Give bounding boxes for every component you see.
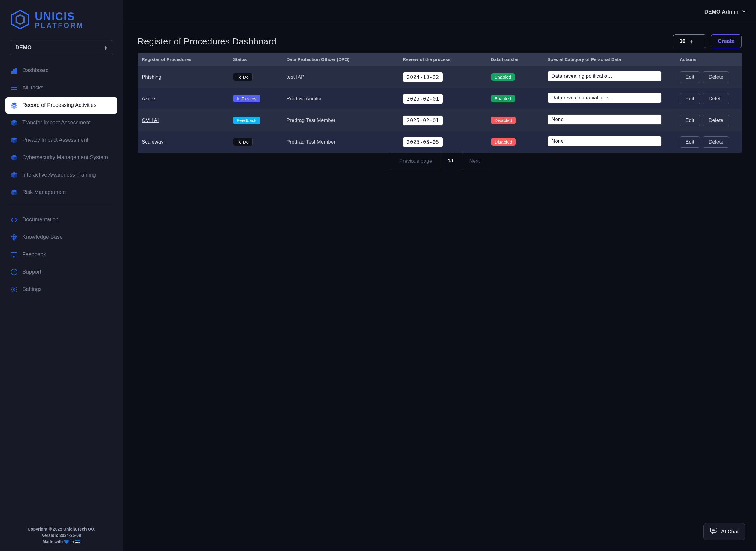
pager-next[interactable]: Next (462, 153, 488, 170)
list-icon (10, 84, 18, 92)
dpo-cell: Predrag Test Member (282, 131, 399, 153)
table-header-row: Register of Procedures Status Data Prote… (137, 53, 742, 66)
procedure-link[interactable]: Scaleway (142, 139, 164, 145)
special-category: None (547, 136, 662, 146)
status-badge: Feedback (233, 116, 260, 124)
svg-point-35 (714, 530, 715, 530)
table-row: OVH AI Feedback Predrag Test Member 2025… (137, 110, 742, 131)
chat-icon (10, 251, 18, 258)
transfer-badge: Enabled (491, 73, 515, 81)
stack-icon (10, 101, 18, 109)
nav-support[interactable]: ? Support (5, 264, 117, 280)
nav-transfer-impact[interactable]: Transfer Impact Assessment (5, 115, 117, 131)
svg-marker-0 (12, 10, 29, 29)
dpo-cell: test IAP (282, 66, 399, 88)
chat-bubble-icon (710, 527, 718, 536)
th-special: Special Category of Personal Data (543, 53, 676, 66)
nav-risk-management[interactable]: Risk Management (5, 184, 117, 200)
topbar: DEMO Admin (123, 0, 756, 24)
procedures-table: Register of Procedures Status Data Prote… (137, 53, 742, 152)
nav-label: Support (22, 268, 113, 276)
app-root: UNICIS PLATFORM DEMO ▲▼ Dashboard All Ta… (0, 0, 756, 551)
brand-text: UNICIS PLATFORM (35, 11, 84, 29)
svg-text:?: ? (13, 269, 15, 274)
nav-settings[interactable]: Settings (5, 282, 117, 298)
nav-label: Dashboard (22, 67, 113, 74)
gear-icon (10, 286, 18, 294)
chevron-updown-icon: ▲▼ (690, 40, 693, 43)
cube-icon (10, 188, 18, 196)
delete-button[interactable]: Delete (703, 71, 729, 83)
nav-cybersecurity[interactable]: Cybersecurity Management System (5, 149, 117, 166)
dpo-cell: Predrag Auditor (282, 88, 399, 110)
special-category: Data revealing political o… (547, 71, 662, 81)
review-date: 2025-03-05 (403, 137, 443, 147)
nav-all-tasks[interactable]: All Tasks (5, 80, 117, 96)
pager-prev[interactable]: Previous page (391, 153, 440, 170)
barchart-icon (10, 67, 18, 74)
transfer-badge: Disabled (491, 116, 516, 124)
code-icon (10, 216, 18, 224)
brand-line1: UNICIS (35, 11, 84, 22)
content: Register of Procedures Dashboard 10 ▲▼ C… (123, 24, 756, 551)
footer-copyright: Copyright © 2025 Unicis.Tech OÜ. (5, 526, 117, 532)
procedure-link[interactable]: Azure (142, 96, 155, 101)
user-menu[interactable]: DEMO Admin (704, 9, 746, 15)
nav-primary: Dashboard All Tasks Record of Processing… (5, 62, 117, 298)
status-badge: In Review (233, 95, 260, 102)
nav-record-processing[interactable]: Record of Processing Activities (5, 97, 117, 113)
nav-documentation[interactable]: Documentation (5, 212, 117, 228)
sidebar: UNICIS PLATFORM DEMO ▲▼ Dashboard All Ta… (0, 0, 123, 551)
nav-label: Knowledge Base (22, 233, 113, 240)
edit-button[interactable]: Edit (680, 93, 700, 104)
pager-current: 1/1 (440, 152, 462, 170)
chevron-down-icon (742, 9, 746, 15)
dpo-cell: Predrag Test Member (282, 110, 399, 131)
pager-inner: Previous page 1/1 Next (391, 152, 488, 170)
edit-button[interactable]: Edit (680, 71, 700, 83)
status-badge: To Do (233, 73, 253, 81)
create-button[interactable]: Create (711, 34, 742, 48)
nav-privacy-impact[interactable]: Privacy Impact Assessment (5, 132, 117, 148)
th-dpo: Data Protection Officer (DPO) (282, 53, 399, 66)
pagesize-value: 10 (679, 38, 685, 44)
nav-dashboard[interactable]: Dashboard (5, 62, 117, 79)
cube-icon (10, 154, 18, 161)
svg-point-34 (713, 530, 714, 530)
edit-button[interactable]: Edit (680, 136, 700, 148)
svg-point-33 (712, 530, 712, 530)
user-name: DEMO Admin (704, 9, 739, 15)
svg-rect-6 (11, 89, 17, 90)
head-controls: 10 ▲▼ Create (673, 34, 742, 48)
nav-awareness-training[interactable]: Interactive Awareness Training (5, 167, 117, 183)
delete-button[interactable]: Delete (703, 115, 729, 126)
th-review: Review of the process (399, 53, 486, 66)
page-head: Register of Procedures Dashboard 10 ▲▼ C… (137, 34, 742, 48)
procedure-link[interactable]: Phishing (142, 74, 161, 80)
atom-icon (10, 233, 18, 241)
th-name: Register of Procedures (137, 53, 229, 66)
ai-chat-button[interactable]: AI Chat (703, 523, 745, 540)
pager: Previous page 1/1 Next (137, 152, 742, 170)
th-actions: Actions (676, 53, 742, 66)
nav-label: Cybersecurity Management System (22, 154, 113, 161)
transfer-badge: Enabled (491, 95, 515, 102)
review-date: 2024-10-22 (403, 72, 443, 82)
svg-rect-5 (11, 87, 17, 88)
delete-button[interactable]: Delete (703, 93, 729, 104)
brand: UNICIS PLATFORM (5, 7, 117, 38)
edit-button[interactable]: Edit (680, 115, 700, 126)
team-select[interactable]: DEMO ▲▼ (10, 40, 113, 55)
nav-label: Feedback (22, 251, 113, 258)
review-date: 2025-02-01 (403, 115, 443, 125)
review-date: 2025-02-01 (403, 94, 443, 104)
nav-feedback[interactable]: Feedback (5, 246, 117, 263)
delete-button[interactable]: Delete (703, 136, 729, 148)
transfer-badge: Disabled (491, 138, 516, 146)
ai-chat-label: AI Chat (721, 529, 739, 535)
pagesize-select[interactable]: 10 ▲▼ (673, 34, 706, 48)
procedure-link[interactable]: OVH AI (142, 117, 159, 123)
nav-knowledge-base[interactable]: Knowledge Base (5, 229, 117, 245)
row-actions: Edit Delete (680, 93, 737, 104)
th-status: Status (229, 53, 282, 66)
